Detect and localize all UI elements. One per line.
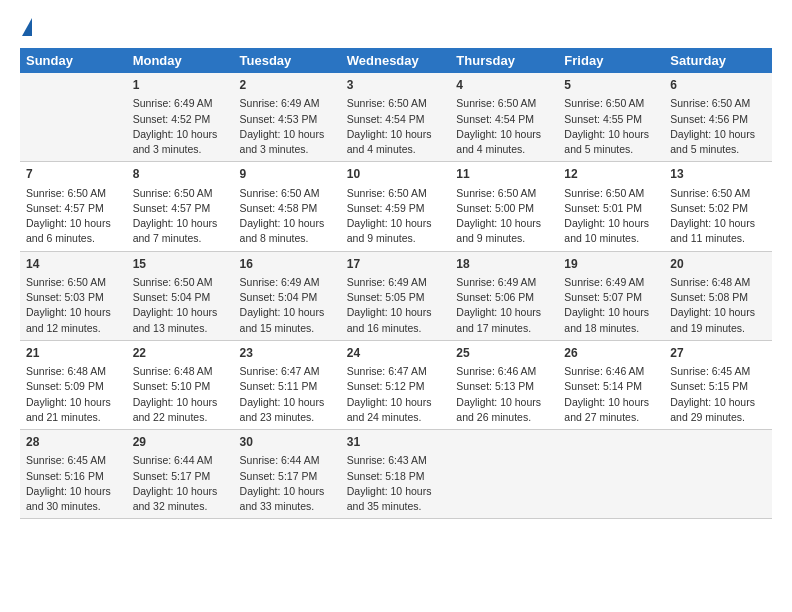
- daylight-text: Daylight: 10 hours and 5 minutes.: [564, 128, 649, 155]
- logo-arrow-icon: [22, 18, 32, 36]
- sunset-text: Sunset: 5:09 PM: [26, 380, 104, 392]
- sunrise-text: Sunrise: 6:43 AM: [347, 454, 427, 466]
- sunset-text: Sunset: 4:54 PM: [456, 113, 534, 125]
- day-cell: 24Sunrise: 6:47 AMSunset: 5:12 PMDayligh…: [341, 340, 451, 429]
- day-number: 12: [564, 166, 658, 183]
- day-number: 3: [347, 77, 445, 94]
- day-number: 11: [456, 166, 552, 183]
- daylight-text: Daylight: 10 hours and 18 minutes.: [564, 306, 649, 333]
- day-cell: 8Sunrise: 6:50 AMSunset: 4:57 PMDaylight…: [127, 162, 234, 251]
- day-number: 16: [240, 256, 335, 273]
- sunset-text: Sunset: 4:58 PM: [240, 202, 318, 214]
- daylight-text: Daylight: 10 hours and 35 minutes.: [347, 485, 432, 512]
- sunset-text: Sunset: 5:04 PM: [133, 291, 211, 303]
- daylight-text: Daylight: 10 hours and 24 minutes.: [347, 396, 432, 423]
- sunrise-text: Sunrise: 6:50 AM: [133, 276, 213, 288]
- sunrise-text: Sunrise: 6:47 AM: [240, 365, 320, 377]
- day-number: 1: [133, 77, 228, 94]
- day-number: 7: [26, 166, 121, 183]
- header-cell-monday: Monday: [127, 48, 234, 73]
- day-cell: 4Sunrise: 6:50 AMSunset: 4:54 PMDaylight…: [450, 73, 558, 162]
- sunset-text: Sunset: 4:59 PM: [347, 202, 425, 214]
- sunrise-text: Sunrise: 6:49 AM: [133, 97, 213, 109]
- sunrise-text: Sunrise: 6:50 AM: [26, 276, 106, 288]
- sunset-text: Sunset: 5:04 PM: [240, 291, 318, 303]
- day-number: 6: [670, 77, 766, 94]
- day-cell: [558, 430, 664, 519]
- header-cell-saturday: Saturday: [664, 48, 772, 73]
- day-cell: 18Sunrise: 6:49 AMSunset: 5:06 PMDayligh…: [450, 251, 558, 340]
- sunrise-text: Sunrise: 6:49 AM: [347, 276, 427, 288]
- daylight-text: Daylight: 10 hours and 26 minutes.: [456, 396, 541, 423]
- daylight-text: Daylight: 10 hours and 32 minutes.: [133, 485, 218, 512]
- sunrise-text: Sunrise: 6:49 AM: [240, 97, 320, 109]
- header: [20, 18, 772, 38]
- sunrise-text: Sunrise: 6:46 AM: [564, 365, 644, 377]
- sunrise-text: Sunrise: 6:49 AM: [240, 276, 320, 288]
- day-number: 10: [347, 166, 445, 183]
- sunset-text: Sunset: 5:08 PM: [670, 291, 748, 303]
- week-row-1: 1Sunrise: 6:49 AMSunset: 4:52 PMDaylight…: [20, 73, 772, 162]
- sunrise-text: Sunrise: 6:49 AM: [564, 276, 644, 288]
- day-cell: 27Sunrise: 6:45 AMSunset: 5:15 PMDayligh…: [664, 340, 772, 429]
- daylight-text: Daylight: 10 hours and 4 minutes.: [456, 128, 541, 155]
- daylight-text: Daylight: 10 hours and 16 minutes.: [347, 306, 432, 333]
- sunset-text: Sunset: 4:52 PM: [133, 113, 211, 125]
- day-cell: 9Sunrise: 6:50 AMSunset: 4:58 PMDaylight…: [234, 162, 341, 251]
- sunset-text: Sunset: 5:17 PM: [133, 470, 211, 482]
- week-row-4: 21Sunrise: 6:48 AMSunset: 5:09 PMDayligh…: [20, 340, 772, 429]
- sunset-text: Sunset: 5:02 PM: [670, 202, 748, 214]
- day-number: 28: [26, 434, 121, 451]
- day-cell: 17Sunrise: 6:49 AMSunset: 5:05 PMDayligh…: [341, 251, 451, 340]
- header-cell-wednesday: Wednesday: [341, 48, 451, 73]
- sunset-text: Sunset: 4:53 PM: [240, 113, 318, 125]
- day-cell: [450, 430, 558, 519]
- sunset-text: Sunset: 4:55 PM: [564, 113, 642, 125]
- sunset-text: Sunset: 4:57 PM: [133, 202, 211, 214]
- sunrise-text: Sunrise: 6:50 AM: [564, 187, 644, 199]
- day-cell: 7Sunrise: 6:50 AMSunset: 4:57 PMDaylight…: [20, 162, 127, 251]
- daylight-text: Daylight: 10 hours and 19 minutes.: [670, 306, 755, 333]
- day-number: 9: [240, 166, 335, 183]
- day-cell: 11Sunrise: 6:50 AMSunset: 5:00 PMDayligh…: [450, 162, 558, 251]
- day-number: 23: [240, 345, 335, 362]
- daylight-text: Daylight: 10 hours and 30 minutes.: [26, 485, 111, 512]
- daylight-text: Daylight: 10 hours and 33 minutes.: [240, 485, 325, 512]
- day-cell: 16Sunrise: 6:49 AMSunset: 5:04 PMDayligh…: [234, 251, 341, 340]
- sunrise-text: Sunrise: 6:46 AM: [456, 365, 536, 377]
- sunrise-text: Sunrise: 6:50 AM: [240, 187, 320, 199]
- day-cell: 13Sunrise: 6:50 AMSunset: 5:02 PMDayligh…: [664, 162, 772, 251]
- day-number: 21: [26, 345, 121, 362]
- week-row-2: 7Sunrise: 6:50 AMSunset: 4:57 PMDaylight…: [20, 162, 772, 251]
- day-cell: 3Sunrise: 6:50 AMSunset: 4:54 PMDaylight…: [341, 73, 451, 162]
- sunrise-text: Sunrise: 6:48 AM: [26, 365, 106, 377]
- daylight-text: Daylight: 10 hours and 7 minutes.: [133, 217, 218, 244]
- daylight-text: Daylight: 10 hours and 15 minutes.: [240, 306, 325, 333]
- day-cell: 19Sunrise: 6:49 AMSunset: 5:07 PMDayligh…: [558, 251, 664, 340]
- sunset-text: Sunset: 4:56 PM: [670, 113, 748, 125]
- day-cell: 6Sunrise: 6:50 AMSunset: 4:56 PMDaylight…: [664, 73, 772, 162]
- header-cell-thursday: Thursday: [450, 48, 558, 73]
- day-cell: 5Sunrise: 6:50 AMSunset: 4:55 PMDaylight…: [558, 73, 664, 162]
- sunrise-text: Sunrise: 6:45 AM: [670, 365, 750, 377]
- daylight-text: Daylight: 10 hours and 12 minutes.: [26, 306, 111, 333]
- day-number: 26: [564, 345, 658, 362]
- daylight-text: Daylight: 10 hours and 10 minutes.: [564, 217, 649, 244]
- daylight-text: Daylight: 10 hours and 23 minutes.: [240, 396, 325, 423]
- sunset-text: Sunset: 5:07 PM: [564, 291, 642, 303]
- sunset-text: Sunset: 4:57 PM: [26, 202, 104, 214]
- sunset-text: Sunset: 5:03 PM: [26, 291, 104, 303]
- day-number: 22: [133, 345, 228, 362]
- day-number: 31: [347, 434, 445, 451]
- sunrise-text: Sunrise: 6:50 AM: [133, 187, 213, 199]
- daylight-text: Daylight: 10 hours and 27 minutes.: [564, 396, 649, 423]
- day-cell: [20, 73, 127, 162]
- calendar-table: SundayMondayTuesdayWednesdayThursdayFrid…: [20, 48, 772, 519]
- daylight-text: Daylight: 10 hours and 8 minutes.: [240, 217, 325, 244]
- day-cell: [664, 430, 772, 519]
- header-cell-friday: Friday: [558, 48, 664, 73]
- daylight-text: Daylight: 10 hours and 9 minutes.: [347, 217, 432, 244]
- daylight-text: Daylight: 10 hours and 5 minutes.: [670, 128, 755, 155]
- day-cell: 1Sunrise: 6:49 AMSunset: 4:52 PMDaylight…: [127, 73, 234, 162]
- daylight-text: Daylight: 10 hours and 17 minutes.: [456, 306, 541, 333]
